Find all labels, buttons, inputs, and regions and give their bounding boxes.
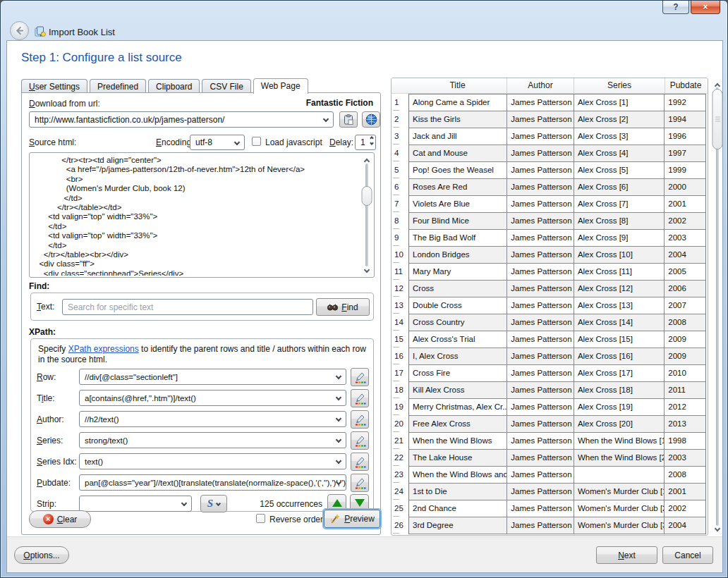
cell-title[interactable]: Mary Mary xyxy=(409,264,507,281)
cell-author[interactable]: James Patterson xyxy=(507,365,574,382)
cell-author[interactable]: James Patterson xyxy=(507,433,574,450)
cell-series[interactable]: Alex Cross [5] xyxy=(574,162,665,179)
table-row[interactable]: When the Wind Blows and...James Patterso… xyxy=(409,467,705,484)
author-xpath-combobox[interactable]: //h2/text() xyxy=(79,411,346,427)
cell-series[interactable]: When the Wind Blows [2] xyxy=(574,450,665,467)
cell-series[interactable]: Alex Cross [4] xyxy=(574,145,665,162)
cell-pubdate[interactable]: 2000 xyxy=(665,179,705,196)
tab-clipboard[interactable]: Clipboard xyxy=(148,79,200,93)
cell-series[interactable]: Alex Cross [6] xyxy=(574,179,665,196)
table-scrollbar[interactable] xyxy=(711,78,724,536)
cell-pubdate[interactable]: 2013 xyxy=(665,416,705,433)
tab-user-settings[interactable]: User Settings xyxy=(21,79,87,93)
cell-author[interactable]: James Patterson xyxy=(507,94,574,111)
title-highlight-button[interactable] xyxy=(351,389,369,407)
next-occurrence-button[interactable] xyxy=(350,494,369,511)
cell-series[interactable]: Alex Cross [14] xyxy=(574,314,665,331)
cell-series[interactable]: When the Wind Blows [1] xyxy=(574,433,665,450)
cell-pubdate[interactable]: 1999 xyxy=(665,162,705,179)
cell-author[interactable]: James Patterson xyxy=(507,500,574,517)
cell-pubdate[interactable]: 2002 xyxy=(665,213,705,230)
cell-title[interactable]: The Big Bad Wolf xyxy=(409,230,507,247)
cell-series[interactable]: Alex Cross [18] xyxy=(574,382,665,399)
cell-author[interactable]: James Patterson xyxy=(507,314,574,331)
cell-series[interactable]: Alex Cross [17] xyxy=(574,365,665,382)
cell-pubdate[interactable]: 1994 xyxy=(665,111,705,128)
table-row[interactable]: Cross CountryJames PattersonAlex Cross [… xyxy=(409,314,705,331)
cell-author[interactable]: James Patterson xyxy=(507,281,574,297)
cell-series[interactable]: Alex Cross [1] xyxy=(574,94,665,111)
cell-author[interactable]: James Patterson xyxy=(507,348,574,365)
cell-pubdate[interactable]: 2012 xyxy=(665,399,705,416)
cancel-button[interactable]: Cancel xyxy=(662,546,713,564)
cell-pubdate[interactable]: 2004 xyxy=(665,247,705,264)
table-row[interactable]: Kill Alex CrossJames PattersonAlex Cross… xyxy=(409,382,705,399)
title-xpath-combobox[interactable]: a[contains(@href,".htm")]/text() xyxy=(79,390,346,406)
tab-predefined[interactable]: Predefined xyxy=(90,79,146,93)
cell-author[interactable]: James Patterson xyxy=(507,467,574,484)
cell-pubdate[interactable]: 2008 xyxy=(665,314,705,331)
series-xpath-combobox[interactable]: strong/text() xyxy=(79,432,346,448)
scroll-down-icon[interactable] xyxy=(365,264,369,274)
cell-series[interactable]: Alex Cross [19] xyxy=(574,399,665,416)
series-idx-highlight-button[interactable] xyxy=(351,453,369,471)
clear-button[interactable]: × Clear xyxy=(29,510,91,528)
cell-author[interactable]: James Patterson xyxy=(507,416,574,433)
cell-pubdate[interactable]: 2011 xyxy=(665,382,705,399)
load-javascript-checkbox[interactable] xyxy=(252,137,261,146)
cell-pubdate[interactable]: 1998 xyxy=(665,433,705,450)
cell-series[interactable]: Alex Cross [2] xyxy=(574,111,665,128)
cell-author[interactable]: James Patterson xyxy=(507,382,574,399)
cell-author[interactable]: James Patterson xyxy=(507,145,574,162)
table-row[interactable]: The Lake HouseJames PattersonWhen the Wi… xyxy=(409,450,705,467)
scrollbar-thumb[interactable] xyxy=(362,186,372,206)
table-row[interactable]: CrossJames PattersonAlex Cross [12]2006 xyxy=(409,281,705,297)
scrollbar-track[interactable] xyxy=(716,87,719,526)
series-idx-xpath-combobox[interactable]: text() xyxy=(79,453,346,469)
cell-title[interactable]: 2nd Chance xyxy=(409,500,507,517)
cell-author[interactable]: James Patterson xyxy=(507,179,574,196)
table-row[interactable]: Cross FireJames PattersonAlex Cross [17]… xyxy=(409,365,705,382)
cell-series[interactable]: Alex Cross [8] xyxy=(574,213,665,230)
table-row[interactable]: When the Wind BlowsJames PattersonWhen t… xyxy=(409,433,705,450)
pubdate-xpath-combobox[interactable]: pan[@class="year"]//text()[translate(tra… xyxy=(79,474,346,491)
column-header-author[interactable]: Author xyxy=(507,78,574,93)
cell-pubdate[interactable]: 2006 xyxy=(665,281,705,297)
cell-title[interactable]: Kill Alex Cross xyxy=(409,382,507,399)
help-button[interactable]: ? xyxy=(662,1,689,14)
cell-title[interactable]: Free Alex Cross xyxy=(409,416,507,433)
cell-author[interactable]: James Patterson xyxy=(507,128,574,145)
cell-pubdate[interactable]: 2001 xyxy=(665,196,705,213)
cell-author[interactable]: James Patterson xyxy=(507,213,574,230)
cell-pubdate[interactable]: 2007 xyxy=(665,297,705,314)
cell-title[interactable]: Pop! Goes the Weasel xyxy=(409,162,507,179)
cell-title[interactable]: I, Alex Cross xyxy=(409,348,507,365)
spinner-arrows[interactable] xyxy=(370,137,373,144)
url-combobox[interactable]: http://www.fantasticfiction.co.uk/p/jame… xyxy=(29,111,334,128)
preview-button[interactable]: Preview xyxy=(324,510,380,528)
cell-author[interactable]: James Patterson xyxy=(507,450,574,467)
cell-title[interactable]: Cross xyxy=(409,281,507,297)
cell-author[interactable]: James Patterson xyxy=(507,162,574,179)
cell-title[interactable]: Along Came a Spider xyxy=(409,94,507,111)
series-highlight-button[interactable] xyxy=(351,431,369,450)
cell-series[interactable]: Alex Cross [16] xyxy=(574,348,665,365)
cell-pubdate[interactable]: 2008 xyxy=(665,467,705,484)
cell-author[interactable]: James Patterson xyxy=(507,247,574,264)
strip-combobox[interactable] xyxy=(79,496,192,512)
table-row[interactable]: I, Alex CrossJames PattersonAlex Cross [… xyxy=(409,348,705,365)
next-button[interactable]: Next xyxy=(596,546,657,564)
cell-series[interactable]: Alex Cross [15] xyxy=(574,331,665,348)
cell-title[interactable]: Jack and Jill xyxy=(409,128,507,145)
cell-title[interactable]: Double Cross xyxy=(409,297,507,314)
cell-title[interactable]: Cross Fire xyxy=(409,365,507,382)
cell-series[interactable]: Alex Cross [3] xyxy=(574,128,665,145)
cell-title[interactable]: London Bridges xyxy=(409,247,507,264)
tab-web-page[interactable]: Web Page xyxy=(253,78,308,94)
find-button[interactable]: Find xyxy=(316,298,370,316)
cell-series[interactable] xyxy=(574,467,665,484)
table-row[interactable]: Double CrossJames PattersonAlex Cross [1… xyxy=(409,297,705,314)
options-button[interactable]: Options... xyxy=(14,546,69,564)
delay-spinner[interactable]: 1 xyxy=(355,135,376,150)
cell-author[interactable]: James Patterson xyxy=(507,399,574,416)
